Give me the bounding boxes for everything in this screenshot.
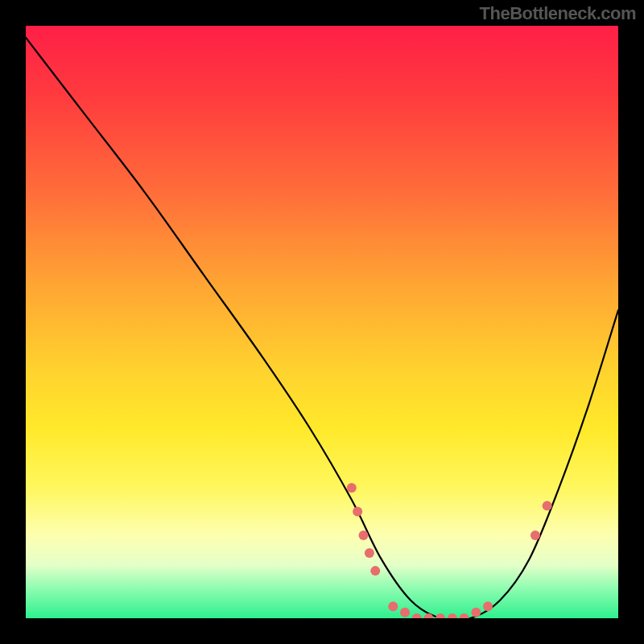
highlight-dot (460, 613, 469, 618)
highlight-dot (543, 501, 552, 510)
bottleneck-curve (26, 38, 618, 618)
watermark-text: TheBottleneck.com (480, 3, 636, 24)
highlight-dot (530, 530, 540, 540)
curve-group (26, 38, 618, 618)
highlight-dot (483, 601, 493, 611)
highlight-dot (370, 566, 380, 576)
highlight-dot (347, 483, 357, 493)
highlight-dot (412, 613, 422, 618)
highlight-dot (388, 601, 398, 611)
highlight-dot (359, 530, 369, 540)
highlight-dot (365, 548, 374, 558)
highlight-dot (448, 613, 457, 618)
highlight-dot (353, 507, 362, 517)
highlight-dot (471, 608, 481, 617)
chart-frame: TheBottleneck.com (0, 0, 644, 644)
plot-area (26, 26, 618, 618)
chart-svg (26, 26, 618, 618)
highlight-dot (423, 613, 433, 618)
highlight-dot (436, 613, 445, 618)
highlight-dot (400, 608, 410, 617)
